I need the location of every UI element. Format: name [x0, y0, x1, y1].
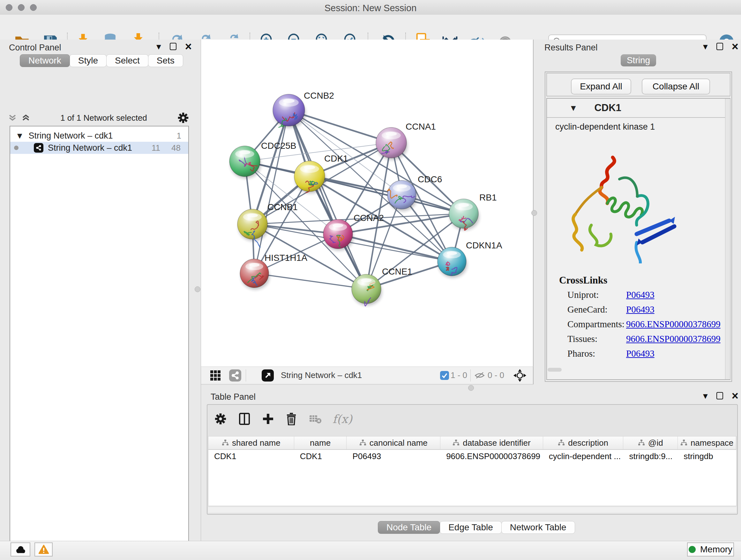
- section-collapse-icon[interactable]: ▼: [571, 104, 576, 112]
- column-header-canonical-name[interactable]: canonical name: [347, 436, 441, 449]
- cloud-button[interactable]: [10, 543, 30, 557]
- function-builder-icon[interactable]: f(x): [333, 413, 352, 426]
- column-header-name[interactable]: name: [294, 436, 347, 449]
- tab-string[interactable]: String: [621, 54, 656, 66]
- table-options-gear-icon[interactable]: [214, 413, 226, 425]
- table-panel-title: Table Panel: [211, 392, 256, 402]
- table-row[interactable]: CDK1CDK1P064939606.ENSP00000378699cyclin…: [208, 450, 736, 462]
- tab-node-table[interactable]: Node Table: [378, 521, 440, 534]
- network-canvas[interactable]: CCNB2CCNA1CDC25BCDK1CDC6RB1CCNB1CCNA2CDK…: [201, 40, 534, 367]
- title-bar: Session: New Session: [0, 0, 741, 15]
- node-gloss: [397, 185, 407, 188]
- control-panel-title: Control Panel: [9, 43, 61, 53]
- table-cell[interactable]: stringdb:9...: [623, 450, 678, 462]
- bottom-splitter-handle[interactable]: [468, 385, 474, 391]
- hidden-eye-icon[interactable]: [473, 369, 486, 382]
- network-view-toolbar: String Network – cdk1 1 - 0 0 - 0: [201, 367, 534, 384]
- crosslink-value[interactable]: 9606.ENSP00000378699: [626, 319, 721, 329]
- create-column-icon[interactable]: [262, 413, 274, 425]
- tab-network[interactable]: Network: [20, 54, 70, 67]
- memory-status-dot: [689, 546, 696, 553]
- close-panel-icon[interactable]: ×: [185, 44, 192, 50]
- show-columns-icon[interactable]: [239, 413, 250, 425]
- table-cell[interactable]: CDK1: [208, 450, 294, 462]
- collapse-all-icon[interactable]: [8, 114, 17, 122]
- network-node-CDKN1A[interactable]: CDKN1A: [437, 240, 502, 278]
- expand-all-button[interactable]: Expand All: [571, 78, 631, 95]
- network-options-gear-icon[interactable]: [178, 112, 189, 124]
- network-node-CDC25B[interactable]: CDC25B: [229, 141, 296, 179]
- crosslink-value[interactable]: P06493: [626, 290, 655, 300]
- delete-table-icon[interactable]: [309, 414, 322, 424]
- node-label-CDKN1A: CDKN1A: [466, 240, 502, 250]
- crosshair-icon[interactable]: [513, 369, 527, 382]
- warnings-button[interactable]: [35, 543, 53, 557]
- crosslink-label: Compartments:: [567, 319, 626, 329]
- crosslink-value[interactable]: 9606.ENSP00000378699: [626, 334, 721, 344]
- detach-view-icon[interactable]: [261, 369, 274, 382]
- hidden-counts: 0 - 0: [488, 370, 504, 380]
- network-edge[interactable]: [254, 273, 366, 289]
- column-header-description[interactable]: description: [543, 436, 623, 449]
- collection-count: 1: [177, 131, 181, 141]
- table-hscrollbar[interactable]: [208, 507, 737, 513]
- float-panel-icon[interactable]: [717, 43, 723, 50]
- panel-menu-icon[interactable]: ▼: [703, 392, 708, 399]
- network-node-CCNE1[interactable]: CCNE1: [352, 266, 412, 306]
- crosslink-value[interactable]: P06493: [626, 348, 655, 359]
- network-node-CDK1[interactable]: CDK1: [294, 153, 348, 193]
- expand-all-icon[interactable]: [22, 114, 30, 122]
- right-splitter-handle[interactable]: [531, 210, 537, 216]
- column-header-shared-name[interactable]: shared name: [208, 436, 294, 449]
- delete-column-icon[interactable]: [286, 413, 297, 425]
- float-panel-icon[interactable]: [717, 392, 723, 399]
- results-scrollbar[interactable]: [725, 99, 730, 379]
- memory-button[interactable]: Memory: [687, 543, 734, 557]
- column-header-database-identifier[interactable]: database identifier: [441, 436, 543, 449]
- table-cell[interactable]: P06493: [347, 450, 441, 462]
- network-node-CCNB1[interactable]: CCNB1: [238, 202, 298, 247]
- protein-section-header[interactable]: ▼ CDK1: [547, 99, 730, 118]
- results-hscroll-thumb[interactable]: [548, 368, 562, 372]
- grid-view-icon[interactable]: [209, 369, 222, 382]
- share-network-icon[interactable]: [228, 369, 242, 382]
- network-row-selected[interactable]: String Network – cdk1 11 48: [10, 142, 188, 154]
- node-gloss: [458, 203, 469, 207]
- tab-sets[interactable]: Sets: [148, 54, 183, 67]
- table-cell[interactable]: cyclin-dependent ...: [543, 450, 623, 462]
- tree-expand-icon[interactable]: ▼: [17, 132, 22, 139]
- crosslink-label: Tissues:: [567, 334, 626, 344]
- tab-network-table[interactable]: Network Table: [501, 521, 575, 534]
- table-cell[interactable]: stringdb: [678, 450, 736, 462]
- close-panel-icon[interactable]: ×: [732, 44, 738, 50]
- table-cell[interactable]: 9606.ENSP00000378699: [441, 450, 543, 462]
- node-gloss: [247, 213, 258, 217]
- network-node-RB1[interactable]: RB1: [449, 192, 496, 230]
- results-panel-title: Results Panel: [544, 43, 598, 53]
- node-label-HIST1H1A: HIST1H1A: [265, 253, 307, 263]
- crosslink-label: Pharos:: [567, 348, 626, 359]
- network-graph[interactable]: CCNB2CCNA1CDC25BCDK1CDC6RB1CCNB1CCNA2CDK…: [201, 40, 532, 367]
- float-panel-icon[interactable]: [170, 43, 177, 50]
- crosslink-label: GeneCard:: [567, 304, 626, 315]
- left-splitter-handle[interactable]: [195, 287, 200, 292]
- protein-description: cyclin-dependent kinase 1: [555, 122, 655, 132]
- panel-menu-icon[interactable]: ▼: [156, 43, 161, 50]
- tab-select[interactable]: Select: [106, 54, 148, 67]
- crosslink-value[interactable]: P06493: [626, 304, 655, 315]
- column-header-namespace[interactable]: namespace: [678, 436, 736, 449]
- network-node-CCNA1[interactable]: CCNA1: [376, 122, 436, 160]
- column-header--id[interactable]: @id: [623, 436, 678, 449]
- network-collection-row[interactable]: ▼ String Network – cdk1 1: [10, 130, 188, 142]
- node-label-CCNA2: CCNA2: [354, 213, 384, 223]
- tab-style[interactable]: Style: [70, 54, 107, 67]
- edge-count: 48: [172, 143, 181, 153]
- crosslink-label: Uniprot:: [567, 290, 626, 300]
- tab-edge-table[interactable]: Edge Table: [440, 521, 502, 534]
- close-panel-icon[interactable]: ×: [732, 393, 738, 399]
- panel-menu-icon[interactable]: ▼: [703, 43, 708, 50]
- table-cell[interactable]: CDK1: [294, 450, 347, 462]
- collapse-all-button[interactable]: Collapse All: [642, 78, 710, 95]
- network-node-HIST1H1A[interactable]: HIST1H1A: [240, 253, 307, 290]
- selected-checkbox-icon[interactable]: [438, 369, 451, 382]
